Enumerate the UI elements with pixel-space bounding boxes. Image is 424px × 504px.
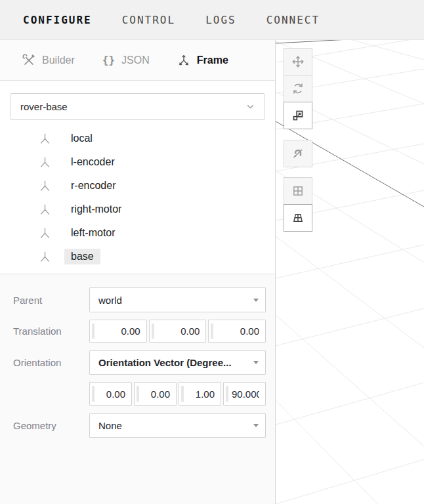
geometry-select-value: None bbox=[98, 420, 122, 431]
orientation-z-input[interactable] bbox=[179, 382, 221, 406]
scale-icon bbox=[291, 109, 305, 122]
tab-json[interactable]: {} JSON bbox=[102, 54, 150, 66]
translation-row: Translation bbox=[13, 320, 266, 343]
orientation-y-input[interactable] bbox=[134, 382, 177, 406]
orientation-theta-input[interactable] bbox=[223, 382, 266, 406]
tree-item-left-motor[interactable]: left-motor bbox=[0, 221, 275, 245]
tree-item-label: left-motor bbox=[64, 225, 122, 241]
tree-item-label: l-encoder bbox=[64, 154, 121, 170]
tools-icon bbox=[22, 54, 35, 67]
frame-axes-icon bbox=[177, 54, 190, 67]
tree-item-label: local bbox=[64, 131, 99, 146]
snap-toggle-button[interactable] bbox=[284, 140, 312, 167]
geometry-select[interactable]: None bbox=[89, 413, 266, 438]
tab-builder[interactable]: Builder bbox=[22, 54, 75, 67]
frame-tree: local l-encoder r-encoder right-motor le… bbox=[0, 127, 275, 268]
component-select-value: rover-base bbox=[20, 101, 68, 112]
orientation-type-row: Orientation Orientation Vector (Degree..… bbox=[13, 350, 266, 375]
3d-viewport[interactable] bbox=[276, 40, 424, 504]
frame-icon bbox=[38, 156, 52, 169]
snap-tool-group bbox=[284, 140, 312, 167]
tab-connect[interactable]: CONNECT bbox=[266, 14, 320, 26]
geometry-label: Geometry bbox=[13, 420, 89, 431]
grid-icon bbox=[291, 184, 305, 198]
tree-item-label: r-encoder bbox=[64, 178, 122, 194]
sub-nav: Builder {} JSON Frame bbox=[0, 40, 275, 81]
frame-icon bbox=[38, 132, 52, 146]
orientation-theta-wrap bbox=[223, 382, 266, 406]
orientation-values-row bbox=[13, 382, 266, 406]
tab-builder-label: Builder bbox=[42, 54, 75, 66]
parent-label: Parent bbox=[13, 295, 89, 306]
tab-control[interactable]: CONTROL bbox=[122, 14, 175, 26]
tree-item-local[interactable]: local bbox=[0, 127, 275, 150]
tab-json-label: JSON bbox=[121, 54, 150, 66]
orientation-type-select[interactable]: Orientation Vector (Degree... bbox=[89, 350, 266, 375]
braces-icon: {} bbox=[102, 54, 115, 66]
translation-y-input[interactable] bbox=[149, 320, 207, 343]
parent-select-value: world bbox=[98, 295, 122, 306]
move-tool-button[interactable] bbox=[284, 48, 312, 75]
dropdown-caret-icon bbox=[253, 424, 259, 427]
tree-item-base[interactable]: base bbox=[0, 245, 275, 268]
dropdown-caret-icon bbox=[253, 361, 259, 364]
tab-frame-label: Frame bbox=[197, 54, 228, 66]
magnet-off-icon bbox=[291, 147, 305, 160]
frame-icon bbox=[38, 226, 52, 240]
tree-item-label: base bbox=[64, 249, 100, 264]
perspective-view-button[interactable] bbox=[284, 204, 312, 232]
orientation-type-value: Orientation Vector (Degree... bbox=[98, 357, 232, 368]
translation-x-wrap bbox=[89, 320, 147, 343]
frame-icon bbox=[38, 203, 52, 217]
parent-row: Parent world bbox=[13, 287, 266, 312]
translation-label: Translation bbox=[13, 326, 89, 337]
left-panel: Builder {} JSON Frame rover-base bbox=[0, 40, 276, 504]
tree-item-right-motor[interactable]: right-motor bbox=[0, 198, 275, 221]
orthographic-view-button[interactable] bbox=[284, 177, 312, 205]
frame-icon bbox=[38, 250, 52, 264]
view-tool-group bbox=[284, 177, 312, 232]
tab-frame[interactable]: Frame bbox=[177, 54, 228, 67]
translation-x-input[interactable] bbox=[89, 320, 147, 343]
tree-item-l-encoder[interactable]: l-encoder bbox=[0, 150, 275, 174]
component-select[interactable]: rover-base bbox=[11, 93, 265, 120]
frame-properties-form: Parent world Translation Orientation Ori… bbox=[0, 274, 275, 504]
transform-tool-group bbox=[284, 48, 312, 129]
move-icon bbox=[291, 55, 305, 68]
translation-inputs bbox=[89, 320, 266, 343]
tree-item-label: right-motor bbox=[64, 201, 128, 217]
translation-y-wrap bbox=[149, 320, 207, 343]
geometry-row: Geometry None bbox=[13, 413, 266, 438]
top-nav: CONFIGURE CONTROL LOGS CONNECT bbox=[0, 0, 424, 40]
orientation-y-wrap bbox=[134, 382, 177, 406]
parent-select[interactable]: world bbox=[89, 287, 266, 312]
rotate-icon bbox=[291, 82, 305, 95]
orientation-x-wrap bbox=[89, 382, 132, 406]
frame-icon bbox=[38, 179, 52, 193]
translation-z-input[interactable] bbox=[208, 320, 266, 343]
rotate-tool-button[interactable] bbox=[284, 75, 312, 102]
orientation-label: Orientation bbox=[13, 357, 89, 368]
perspective-grid-icon bbox=[291, 211, 305, 224]
scale-tool-button[interactable] bbox=[284, 102, 312, 129]
translation-z-wrap bbox=[208, 320, 266, 343]
tree-item-r-encoder[interactable]: r-encoder bbox=[0, 174, 275, 198]
tab-configure[interactable]: CONFIGURE bbox=[23, 14, 92, 26]
orientation-z-wrap bbox=[179, 382, 221, 406]
app-root: CONFIGURE CONTROL LOGS CONNECT bbox=[0, 0, 424, 504]
orientation-x-input[interactable] bbox=[89, 382, 132, 406]
chevron-down-icon bbox=[245, 101, 256, 112]
dropdown-caret-icon bbox=[253, 299, 259, 302]
orientation-inputs bbox=[89, 382, 266, 406]
tab-logs[interactable]: LOGS bbox=[205, 14, 236, 26]
